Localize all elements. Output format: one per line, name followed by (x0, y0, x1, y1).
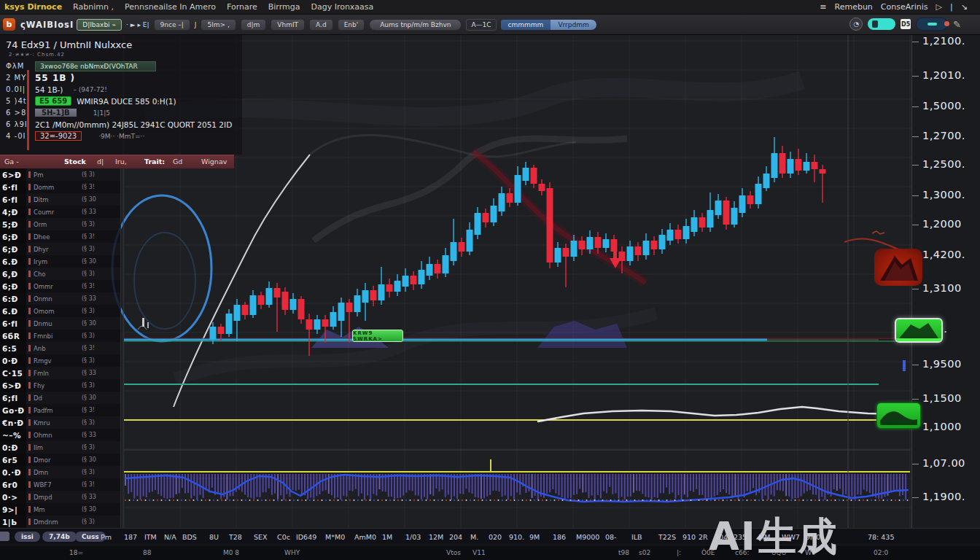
row-name: Dmpd (34, 494, 82, 501)
toolbar-button[interactable]: 9nce –| (154, 19, 190, 31)
watchlist-row[interactable]: 0:ÐIlm(§ 3) (0, 441, 120, 454)
menu-item[interactable]: ↘ (961, 2, 968, 12)
mode-toggle[interactable] (916, 18, 948, 31)
row-time: 9>| (0, 503, 26, 516)
watchlist-row[interactable]: 6·flDnmu(§ 30 (0, 317, 120, 330)
toolbar-button[interactable]: Enb' (338, 19, 365, 31)
axis-corner-pill[interactable] (0, 532, 9, 541)
row-name: Fmnbi (34, 332, 82, 340)
row-name: Ommr (34, 283, 82, 290)
panel-icon[interactable]: D5 (901, 19, 911, 29)
confirm-trade-button[interactable]: Fwm ➤ (876, 402, 921, 429)
watchlist-row[interactable]: 6.ÐIrym(§ 30 (0, 255, 120, 268)
axis-pill[interactable]: issi (15, 532, 40, 542)
toolbar-button[interactable]: Aums tnp/m/m Bzhvn (369, 19, 462, 31)
watchlist-row[interactable]: 6r0WBF7(§ 3! (0, 478, 120, 491)
toolbar-right-icons: ◔ D5 ✎ (849, 18, 961, 31)
main-toolbar: b ςWAIBIosID|Ibaxbi ⌁· ► ▸ E|9nce –|J5lm… (0, 15, 980, 35)
row-value: (§ 3! (82, 481, 95, 488)
menu-item[interactable]: ConseArinis (881, 2, 928, 12)
watchlist-row[interactable]: €n·ÐKmru(§ 3) (0, 416, 120, 429)
watchlist-row[interactable]: 6;flDd(§ 30 (0, 392, 120, 404)
time-label: ILB (631, 533, 642, 541)
watchlist-tab[interactable]: d| (97, 158, 104, 166)
watchlist-row[interactable]: 6>ÐFhy(§ 3) (0, 379, 120, 392)
toolbar-button[interactable]: d|m (241, 19, 267, 31)
watchlist-row[interactable]: 6.ÐOmom(§ 3) (0, 305, 120, 317)
draw-tool-icon[interactable]: ✎ (953, 19, 961, 30)
menu-item[interactable]: | (950, 2, 953, 12)
watchlist-row[interactable]: 6r5Dmor(§ 30 (0, 454, 120, 466)
sell-signal-marker[interactable] (874, 249, 922, 286)
info-value: WMIR9A DUCE 585 0:H(1) (77, 97, 176, 106)
symbol-info-rows: ΦλM3xwoo768e nbNmxÐ(VOhTAR2 MY55 1B )0.0… (4, 61, 238, 141)
axis-tick (912, 136, 919, 137)
menu-item[interactable]: Dagy Ironxaasa (311, 2, 373, 12)
watchlist-row[interactable]: 6;ÐOmmr(§ 3! (0, 280, 120, 292)
toolbar-button[interactable]: VhmIT (271, 19, 305, 31)
toolbar-button[interactable]: J (195, 21, 197, 28)
toolbar-button[interactable]: · ► ▸ E| (126, 21, 149, 28)
watchlist-row[interactable]: 6·flDomm(§ 3! (0, 181, 120, 193)
menu-item[interactable]: ≡ (820, 2, 826, 12)
watchlist-row[interactable]: 1|ЬDmdnm(§ 3) (0, 516, 120, 528)
row-tick-icon (28, 171, 31, 178)
toolbar-button[interactable]: Vrrpdmm (551, 20, 596, 30)
row-name: Anb (34, 345, 82, 352)
time-label: 186 (553, 533, 566, 541)
buy-signal-button[interactable] (895, 318, 943, 343)
watchlist-row[interactable]: 5;ÐOrm(§ 3) (0, 218, 120, 230)
watchlist-tab[interactable]: Gd (173, 158, 182, 166)
toolbar-button[interactable]: A—1C (466, 19, 496, 31)
watchlist-row[interactable]: 6>ÐPm(§ 3) (0, 168, 120, 181)
watchlist-tab[interactable]: Trait: (144, 158, 165, 166)
watchlist-tab[interactable]: Stock (64, 158, 86, 166)
row-time: 6:Ð (0, 292, 26, 305)
watchlist-row[interactable]: ~–%Ohmn(§ 33 (0, 429, 120, 441)
row-name: Kmru (34, 419, 82, 427)
watchlist-row[interactable]: 0·ÐRmgv(§ 3) (0, 354, 120, 367)
watchlist-tab[interactable]: Iru, (115, 158, 127, 166)
watchlist-row[interactable]: 6бRFmnbi(§ 3) (0, 330, 120, 342)
info-gray-box[interactable]: 5H-1]B (35, 109, 77, 117)
watchlist-row[interactable]: 6;ÐDhee(§ 3! (0, 230, 120, 243)
watchlist-row[interactable]: 6·flDitm(§ 30 (0, 193, 120, 206)
info-red-box[interactable]: 32=-9023 (35, 131, 82, 141)
watchlist-row[interactable]: Go·ÐPadfm(§ 3! (0, 404, 120, 416)
toolbar-button[interactable]: A.d (309, 19, 333, 31)
toolbar-button[interactable]: cmmmmm (501, 20, 551, 30)
watchlist-row[interactable]: 6:ÐOnmn(§ 33 (0, 292, 120, 305)
info-extra: – (947-72! (73, 86, 106, 93)
menu-item[interactable]: Fornare (227, 2, 257, 12)
menu-item[interactable]: Pennsneailse In Amero (125, 2, 216, 12)
price-label: 1,2010. (922, 69, 965, 81)
menu-item[interactable]: Birrmga (268, 2, 300, 12)
watchlist-row[interactable]: 6,ÐCho(§ 3) (0, 268, 120, 280)
toolbar-button[interactable]: ςWAIBIosI (20, 20, 74, 30)
row-value: (§ 3) (82, 469, 95, 475)
watchlist-row[interactable]: 4;ÐCoumr(§ 33 (0, 206, 120, 218)
watchlist-panel[interactable]: 6>ÐPm(§ 3)6·flDomm(§ 3!6·flDitm(§ 304;ÐC… (0, 168, 121, 528)
watchlist-tab[interactable]: Ga - (4, 158, 19, 166)
watchlist-row[interactable]: 6;ÐDhyr(§ 3) (0, 243, 120, 255)
menu-item[interactable]: ▷ (936, 2, 942, 12)
watchlist-row[interactable]: 0·>Dmpd(§ 33 (0, 491, 120, 503)
watchlist-row[interactable]: 6:5Anb(§ 3! (0, 342, 120, 354)
watchlist-row[interactable]: 9>|Mm(§ 30 (0, 503, 120, 516)
theme-toggle[interactable] (868, 18, 895, 30)
chart-signal-pill[interactable]: KRW9 SWRKA> (352, 330, 403, 342)
menu-item[interactable]: Rabnimn , (73, 2, 114, 12)
menu-item[interactable]: Remebun (835, 2, 873, 12)
account-icon[interactable]: ◔ (849, 18, 863, 31)
watchlist-row[interactable]: C·15Fmln(§ 33 (0, 367, 120, 379)
watchlist-tab[interactable]: Wignav (201, 158, 227, 166)
toolbar-button[interactable]: 5lm> , (201, 19, 236, 31)
app-logo-icon[interactable]: b (3, 18, 15, 31)
axis-pill[interactable]: 7,74b (42, 532, 77, 542)
time-label: 1/03 (405, 533, 421, 541)
time-label: C0c (277, 533, 290, 541)
menu-item[interactable]: ksys Dirnoce (4, 2, 62, 12)
row-tick-icon (28, 518, 31, 525)
toolbar-button[interactable]: D|Ibaxbi ⌁ (77, 19, 122, 31)
watchlist-row[interactable]: 0.·ÐDmn(§ 3) (0, 466, 120, 478)
